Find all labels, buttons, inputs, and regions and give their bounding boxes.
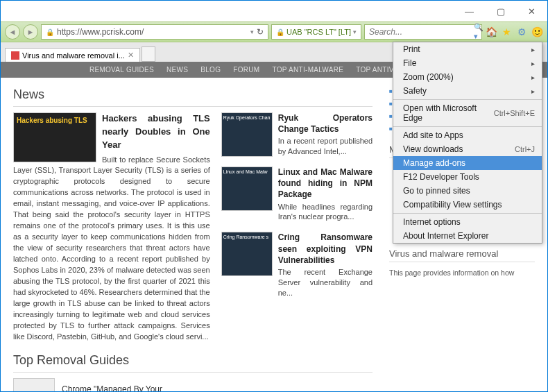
menu-view-downloads[interactable]: View downloadsCtrl+J (393, 142, 542, 156)
browser-tab[interactable]: Virus and malware removal i... ✕ (5, 48, 140, 62)
search-icon[interactable]: 🔍▾ (474, 23, 483, 41)
dropdown-icon[interactable]: ▾ (250, 28, 254, 35)
lead-body: Built to replace Secure Sockets Layer (S… (13, 155, 210, 341)
top-removal-heading: Top Removal Guides (13, 353, 373, 373)
address-toolbar: ◄ ► 🔒 https://www.pcrisk.com/ ▾ ↻ 🔒 UAB … (1, 22, 547, 42)
tools-menu: Print File Zoom (200%) Safety Open with … (393, 42, 542, 244)
guide-thumb (13, 378, 55, 392)
news-heading: News (13, 87, 373, 107)
menu-add-site-apps[interactable]: Add site to Apps (393, 128, 542, 142)
minimize-button[interactable]: — (454, 1, 485, 22)
new-tab-button[interactable] (142, 46, 155, 62)
url-text: https://www.pcrisk.com/ (57, 27, 248, 37)
address-bar[interactable]: 🔒 https://www.pcrisk.com/ ▾ ↻ (41, 24, 268, 40)
mini-title: Linux and Mac Malware found hiding in NP… (278, 167, 373, 201)
guide-title: Chrome "Managed By Your (62, 384, 162, 392)
maximize-button[interactable]: ▢ (485, 1, 516, 22)
menu-about-ie[interactable]: About Internet Explorer (393, 229, 542, 243)
tools-gear-icon[interactable]: ⚙ (515, 26, 528, 38)
mini-article[interactable]: Cring Ransomware s Cring Ransomware seen… (221, 232, 373, 298)
nav-item[interactable]: NEWS (166, 66, 188, 74)
virus-removal-intro: This page provides information on how (389, 268, 535, 278)
mini-body: In a recent report published by Advanced… (278, 137, 373, 155)
home-icon[interactable]: 🏠 (485, 26, 497, 38)
virus-removal-heading: Virus and malware removal (389, 248, 535, 262)
tab-title: Virus and malware removal i... (22, 51, 125, 60)
removal-guide-item[interactable]: Chrome "Managed By Your (13, 378, 373, 392)
mini-article[interactable]: Linux and Mac Malw Linux and Mac Malware… (221, 167, 373, 222)
mini-title: Cring Ransomware seen exploiting VPN Vul… (278, 232, 373, 266)
nav-item[interactable]: REMOVAL GUIDES (89, 66, 154, 74)
mini-body: The recent Exchange Server vulnerability… (278, 268, 373, 297)
mini-thumb: Ryuk Operators Chan (221, 112, 273, 157)
menu-safety[interactable]: Safety (393, 84, 542, 98)
menu-internet-options[interactable]: Internet options (393, 215, 542, 229)
certificate-badge[interactable]: 🔒 UAB "RCS LT" [LT] ▾ (271, 24, 361, 40)
menu-zoom[interactable]: Zoom (200%) (393, 70, 542, 84)
forward-button[interactable]: ► (23, 24, 38, 40)
lock-icon: 🔒 (46, 28, 54, 36)
menu-print[interactable]: Print (393, 42, 542, 56)
menu-open-edge[interactable]: Open with Microsoft EdgeCtrl+Shift+E (393, 101, 542, 125)
mini-title: Ryuk Operators Change Tactics (278, 112, 373, 135)
cert-dropdown-icon[interactable]: ▾ (353, 28, 357, 35)
refresh-icon[interactable]: ↻ (257, 27, 264, 37)
lead-article[interactable]: Hackers abusing TLS Hackers abusing TLS … (13, 112, 210, 342)
cert-lock-icon: 🔒 (276, 28, 284, 36)
tab-close-icon[interactable]: ✕ (128, 51, 134, 60)
nav-item[interactable]: TOP ANTI-MALWARE (272, 66, 343, 74)
menu-manage-addons[interactable]: Manage add-ons (393, 156, 542, 170)
mini-thumb: Cring Ransomware s (221, 232, 273, 276)
tab-favicon (11, 51, 19, 60)
menu-pinned-sites[interactable]: Go to pinned sites (393, 184, 542, 198)
feedback-icon[interactable]: 🙂 (531, 26, 543, 38)
window-titlebar: — ▢ ✕ (1, 1, 547, 22)
search-box[interactable]: 🔍▾ (364, 24, 482, 40)
nav-item[interactable]: BLOG (200, 66, 221, 74)
lead-thumb: Hackers abusing TLS (13, 112, 96, 162)
menu-f12-tools[interactable]: F12 Developer Tools (393, 170, 542, 184)
close-button[interactable]: ✕ (516, 1, 547, 22)
favorites-icon[interactable]: ★ (500, 26, 513, 38)
cert-text: UAB "RCS LT" [LT] (286, 28, 351, 36)
back-button[interactable]: ◄ (5, 24, 20, 40)
mini-thumb: Linux and Mac Malw (221, 167, 273, 211)
mini-body: While headlines regarding Iran's nuclear… (278, 203, 373, 221)
menu-compat-view[interactable]: Compatibility View settings (393, 198, 542, 212)
search-input[interactable] (369, 27, 474, 37)
mini-article[interactable]: Ryuk Operators Chan Ryuk Operators Chang… (221, 112, 373, 157)
nav-item[interactable]: FORUM (233, 66, 259, 74)
menu-file[interactable]: File (393, 56, 542, 70)
